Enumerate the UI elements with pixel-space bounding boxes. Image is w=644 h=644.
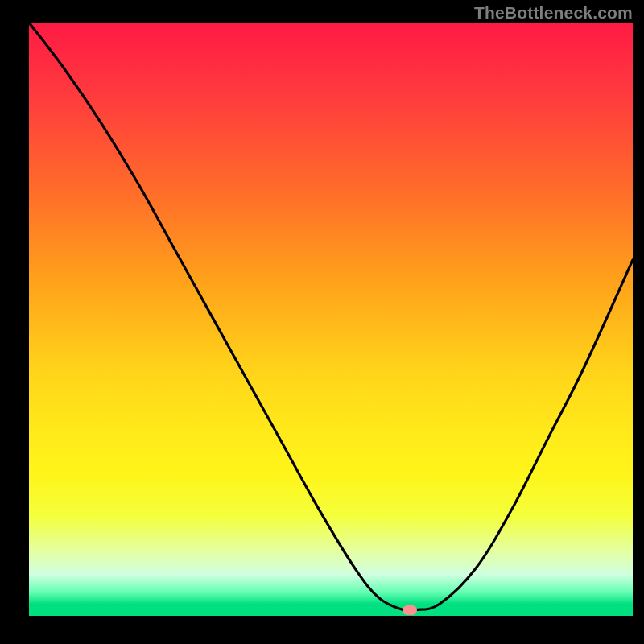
plot-area [29,23,633,616]
watermark-text: TheBottleneck.com [474,3,633,23]
optimum-marker [402,605,417,615]
chart-frame: TheBottleneck.com [0,0,644,644]
heat-gradient [29,23,633,616]
